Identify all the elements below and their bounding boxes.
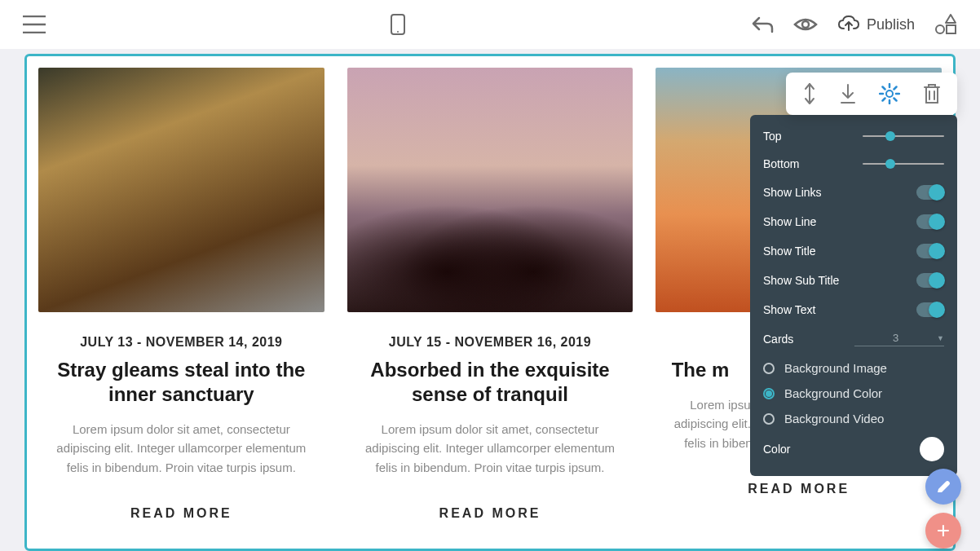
show-links-toggle[interactable] [916, 185, 944, 200]
radio-label: Background Image [784, 361, 887, 375]
card-text: Lorem ipsum dolor sit amet, consectetur … [355, 420, 625, 477]
svg-point-1 [397, 31, 399, 33]
top-spacing-label: Top [763, 130, 782, 143]
trash-icon[interactable] [923, 82, 941, 105]
gear-icon[interactable] [879, 82, 900, 105]
chevron-down-icon: ▼ [937, 334, 944, 342]
toggle-label: Show Line [763, 215, 816, 228]
cards-label: Cards [763, 333, 793, 346]
svg-point-5 [886, 90, 893, 97]
card-title: Stray gleams steal into the inner sanctu… [46, 358, 316, 407]
card[interactable]: JULY 13 - NOVEMBER 14, 2019 Stray gleams… [38, 68, 324, 521]
toggle-label: Show Text [763, 303, 815, 316]
card-title: Absorbed in the exquisite sense of tranq… [355, 358, 625, 407]
bg-image-radio[interactable]: Background Image [763, 361, 944, 375]
card-image [347, 68, 633, 312]
svg-point-3 [936, 25, 944, 33]
preview-eye-icon[interactable] [793, 16, 818, 33]
radio-label: Background Color [784, 386, 882, 400]
device-mobile-icon[interactable] [391, 14, 405, 35]
card[interactable]: JULY 15 - NOVEMBER 16, 2019 Absorbed in … [347, 68, 633, 521]
section-toolbar [786, 73, 957, 115]
move-vertical-icon[interactable] [802, 82, 817, 105]
toggle-label: Show Sub Title [763, 274, 839, 287]
svg-point-2 [802, 21, 809, 28]
color-swatch[interactable] [920, 437, 944, 461]
toggle-label: Show Links [763, 186, 822, 199]
card-date: JULY 15 - NOVEMBER 16, 2019 [355, 335, 625, 350]
read-more-link[interactable]: READ MORE [46, 506, 316, 521]
settings-panel: Top Bottom Show Links Show Line Show Tit… [750, 115, 957, 476]
add-section-fab[interactable]: + [925, 513, 961, 549]
hamburger-icon[interactable] [23, 15, 46, 33]
publish-button[interactable]: Publish [837, 15, 915, 33]
edit-fab[interactable] [925, 469, 961, 505]
radio-label: Background Video [784, 412, 884, 425]
card-text: Lorem ipsum dolor sit amet, consectetur … [46, 420, 316, 477]
bottom-spacing-slider[interactable] [863, 163, 944, 165]
bottom-spacing-label: Bottom [763, 157, 799, 170]
undo-icon[interactable] [751, 15, 774, 33]
bg-video-radio[interactable]: Background Video [763, 412, 944, 425]
read-more-link[interactable]: READ MORE [664, 482, 934, 496]
editor-canvas: JULY 13 - NOVEMBER 14, 2019 Stray gleams… [24, 54, 956, 551]
shapes-icon[interactable] [934, 14, 957, 35]
show-text-toggle[interactable] [916, 302, 944, 317]
card-image [38, 68, 324, 312]
svg-rect-4 [947, 25, 956, 33]
cards-count-value: 3 [854, 332, 937, 344]
show-subtitle-toggle[interactable] [916, 273, 944, 288]
show-title-toggle[interactable] [916, 244, 944, 258]
read-more-link[interactable]: READ MORE [355, 506, 625, 521]
show-line-toggle[interactable] [916, 214, 944, 229]
toggle-label: Show Title [763, 245, 816, 258]
publish-label: Publish [867, 16, 915, 33]
cards-count-select[interactable]: 3 ▼ [854, 332, 944, 346]
download-icon[interactable] [840, 82, 856, 105]
bg-color-radio[interactable]: Background Color [763, 386, 944, 400]
top-spacing-slider[interactable] [863, 135, 944, 137]
topbar: Publish [0, 0, 980, 49]
color-label: Color [763, 443, 790, 456]
card-date: JULY 13 - NOVEMBER 14, 2019 [46, 335, 316, 350]
